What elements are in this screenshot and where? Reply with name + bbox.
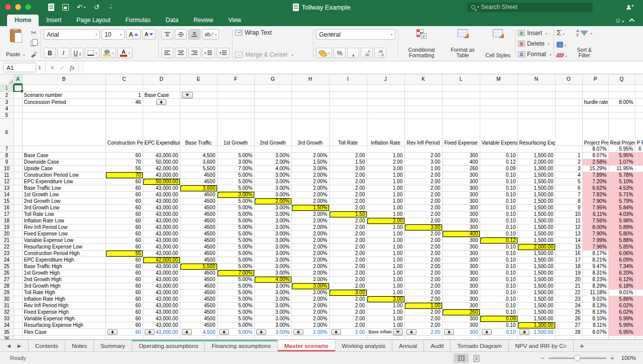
normal-view-button[interactable] xyxy=(454,353,469,363)
cell-E17[interactable]: 4500 xyxy=(180,211,217,217)
cell-O33[interactable]: 26 xyxy=(555,315,582,322)
cell-J25[interactable]: 1.00 xyxy=(367,263,404,270)
cell-M19[interactable]: 0.10 xyxy=(480,224,517,230)
cell-E23[interactable]: 4500 xyxy=(180,250,217,257)
cell-G1[interactable] xyxy=(254,84,291,91)
cell-M36[interactable] xyxy=(480,335,517,339)
cell-R7[interactable]: 6 xyxy=(635,146,643,152)
cell-M8[interactable]: 0.10 xyxy=(480,152,517,159)
cell-N9[interactable]: 2,000.00 xyxy=(517,159,555,165)
cell-E32[interactable]: 4500 xyxy=(180,309,217,315)
cell-F11[interactable]: 5.00% xyxy=(217,172,254,178)
cell-H19[interactable]: 2.00% xyxy=(291,224,329,230)
cell-C3[interactable]: 46 xyxy=(105,98,143,105)
row-header-21[interactable]: 21 xyxy=(0,237,14,244)
cell-A14[interactable] xyxy=(14,191,22,198)
cell-Q23[interactable]: 6.06% xyxy=(608,250,635,257)
cell-E14[interactable]: 4500 xyxy=(180,191,217,198)
cell-F3[interactable] xyxy=(217,98,254,105)
format-painter-button[interactable] xyxy=(31,51,38,58)
cell-B25[interactable]: Base Traffic High xyxy=(22,263,105,270)
cell-G20[interactable]: 3.00% xyxy=(254,230,291,237)
cell-O21[interactable]: 14 xyxy=(555,237,582,244)
cell-M34[interactable]: 0.10 xyxy=(480,322,517,328)
cell-L9[interactable]: 400 xyxy=(442,159,480,165)
cell-J27[interactable]: 1.00 xyxy=(367,276,404,283)
bold-button[interactable]: B xyxy=(44,48,56,58)
cell-D30[interactable]: 43,000.00 xyxy=(143,296,180,302)
column-header-C[interactable]: C xyxy=(105,74,143,84)
cell-B7[interactable] xyxy=(22,146,105,152)
cell-P8[interactable]: 8.07% xyxy=(582,152,608,159)
cell-J26[interactable]: 1.00 xyxy=(367,270,404,276)
cell-P11[interactable]: 7.89% xyxy=(582,172,608,178)
feedback-smiley-button[interactable]: ☺▾ xyxy=(614,16,624,25)
cell-Q22[interactable]: 5.85% xyxy=(608,244,635,250)
cell-E33[interactable]: 4500 xyxy=(180,315,217,322)
cell-P13[interactable]: 6.62% xyxy=(582,185,608,191)
cell-H28[interactable]: 3.00% xyxy=(291,283,329,289)
cell-O18[interactable]: 11 xyxy=(555,217,582,224)
cell-H27[interactable]: 2.00% xyxy=(291,276,329,283)
align-left-button[interactable] xyxy=(161,48,173,58)
close-window-button[interactable] xyxy=(5,4,11,10)
cell-Q1[interactable] xyxy=(608,84,635,91)
cell-L19[interactable]: 300 xyxy=(442,224,480,230)
font-size-select[interactable]: 10▾ xyxy=(101,29,125,40)
cell-K24[interactable]: 2.00 xyxy=(404,257,442,263)
cell-K1[interactable] xyxy=(404,84,442,91)
sheet-tab-contents[interactable]: Contents xyxy=(29,340,65,351)
cell-I34[interactable]: 2.00 xyxy=(329,322,367,328)
column-header-N[interactable]: N xyxy=(517,74,555,84)
cell-R5[interactable] xyxy=(635,112,643,118)
cell-K35[interactable]: 2.00 xyxy=(404,328,442,335)
cell-K29[interactable]: 2.00 xyxy=(404,289,442,296)
cell-M7[interactable] xyxy=(480,146,517,152)
fill-button[interactable]: ↓▾ xyxy=(557,39,567,48)
paste-button[interactable]: Paste ▾ xyxy=(3,28,28,59)
cell-N12[interactable]: 1,500.00 xyxy=(517,178,555,185)
cell-M24[interactable]: 0.10 xyxy=(480,257,517,263)
cell-F17[interactable]: 5.00% xyxy=(217,211,254,217)
name-box[interactable]: A1 xyxy=(3,63,36,72)
cell-N16[interactable]: 1,500.00 xyxy=(517,204,555,211)
cell-C34[interactable]: 60 xyxy=(105,322,143,328)
cell-L22[interactable]: 300 xyxy=(442,244,480,250)
flex-stepper-D[interactable] xyxy=(145,329,155,335)
ribbon-tab-data[interactable]: Data xyxy=(158,15,186,26)
cell-H21[interactable]: 2.00% xyxy=(291,237,329,244)
cell-F15[interactable]: 5.00% xyxy=(217,198,254,204)
cell-H18[interactable]: 2.00% xyxy=(291,217,329,224)
cell-H14[interactable]: 2.00% xyxy=(291,191,329,198)
sort-filter-button[interactable]: AZ ▾ Sort & Filter xyxy=(570,28,599,59)
cell-C13[interactable]: 60 xyxy=(105,185,143,191)
flex-inflation-dropdown-button[interactable] xyxy=(393,329,403,335)
cell-E28[interactable]: 4500 xyxy=(180,283,217,289)
cell-C32[interactable]: 60 xyxy=(105,309,143,315)
cell-L7[interactable] xyxy=(442,146,480,152)
zoom-slider-knob[interactable] xyxy=(574,355,581,361)
column-header-E[interactable]: E xyxy=(180,74,217,84)
cell-K10[interactable]: 1.00 xyxy=(404,165,442,172)
cell-J20[interactable]: 1.00 xyxy=(367,230,404,237)
cell-F2[interactable] xyxy=(217,91,254,98)
cell-B12[interactable]: EPC Expenditure Low xyxy=(22,178,105,185)
cell-D10[interactable]: 42,000.00 xyxy=(143,165,180,172)
cell-M32[interactable]: 0.10 xyxy=(480,309,517,315)
cell-O25[interactable]: 18 xyxy=(555,263,582,270)
cell-M10[interactable]: 0.09 xyxy=(480,165,517,172)
cell-D17[interactable]: 43,000.00 xyxy=(143,211,180,217)
cell-P2[interactable] xyxy=(582,91,608,98)
cell-R26[interactable] xyxy=(635,270,643,276)
cell-E2[interactable] xyxy=(180,91,217,98)
cell-A24[interactable] xyxy=(14,257,22,263)
cell-H8[interactable]: 2.00% xyxy=(291,152,329,159)
cell-O31[interactable]: 24 xyxy=(555,302,582,309)
cell-G26[interactable]: 3.00% xyxy=(254,270,291,276)
cell-P20[interactable]: 7.90% xyxy=(582,230,608,237)
cell-I25[interactable]: 2.00 xyxy=(329,263,367,270)
cell-A9[interactable] xyxy=(14,159,22,165)
cell-M35[interactable]: 0.10 xyxy=(480,328,517,335)
formula-input[interactable] xyxy=(83,61,643,74)
cell-E8[interactable]: 4,500 xyxy=(180,152,217,159)
